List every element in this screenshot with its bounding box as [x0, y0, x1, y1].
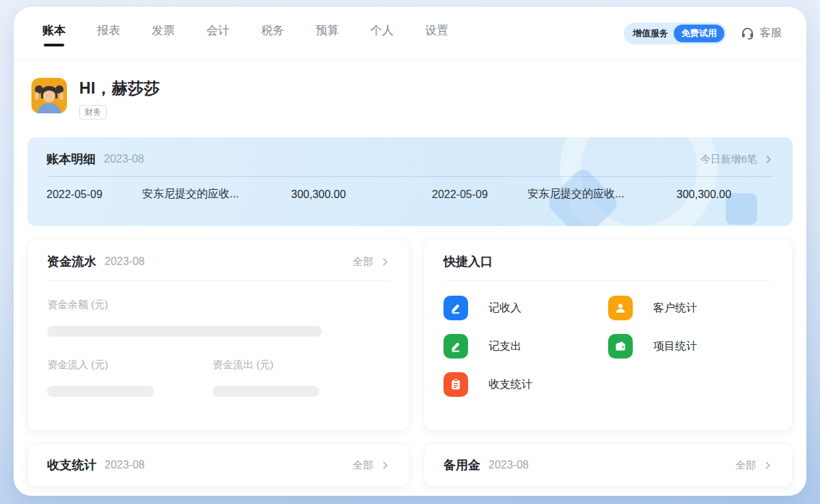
middle-cards-row: 资金流水 2023-08 全部 资金余额 (元) 资金流入 [27, 238, 793, 431]
quick-entry-grid: 记收入 客户统计 [424, 281, 792, 397]
vas-label: 增值服务 [633, 27, 668, 40]
ledger-entry-row[interactable]: 2022-05-09 安东尼提交的应收... 300,300.00 [46, 187, 388, 201]
tab-label: 预算 [316, 24, 339, 37]
income-expense-title: 收支统计 [47, 457, 96, 473]
fund-flow-body: 资金余额 (元) 资金流入 (元) 资金流出 (元) [28, 281, 409, 397]
balance-skeleton-bar [47, 326, 322, 337]
tab-label: 会计 [206, 24, 230, 37]
petty-cash-card: 备用金 2023-08 全部 [424, 443, 793, 487]
primary-tabs: 账本 报表 发票 会计 税务 预算 个人 设置 [42, 18, 448, 48]
income-expense-all-link[interactable]: 全部 [353, 459, 390, 472]
entry-date: 2022-05-09 [432, 188, 528, 201]
income-expense-stats-card: 收支统计 2023-08 全部 [27, 443, 410, 487]
quick-item-record-expense[interactable]: 记支出 [443, 334, 608, 359]
entry-date: 2022-05-09 [46, 188, 142, 201]
chevron-right-icon [763, 460, 773, 471]
headset-icon [740, 26, 755, 41]
entry-amount: 300,300.00 [291, 188, 346, 201]
quick-item-record-income[interactable]: 记收入 [443, 296, 608, 320]
customer-stats-icon [608, 296, 633, 320]
tab-ledger[interactable]: 账本 [42, 18, 66, 48]
today-new-count: 今日新增6笔 [700, 153, 757, 166]
fund-flow-all-link[interactable]: 全部 [353, 255, 390, 268]
greeting-section: HI，赫莎莎 财务 [31, 78, 793, 120]
fund-flow-header: 资金流水 2023-08 全部 [28, 239, 409, 280]
tab-settings[interactable]: 设置 [425, 18, 448, 48]
entry-description: 安东尼提交的应收... [528, 187, 676, 201]
quick-item-label: 记支出 [489, 339, 521, 354]
quick-entry-header: 快捷入口 [424, 239, 792, 280]
tab-label: 设置 [425, 24, 448, 37]
chevron-right-icon [380, 460, 390, 471]
inflow-block: 资金流入 (元) [47, 359, 154, 397]
all-label: 全部 [735, 459, 756, 472]
active-tab-underline [44, 44, 64, 46]
petty-cash-title: 备用金 [443, 457, 480, 473]
free-trial-button[interactable]: 免费试用 [674, 25, 724, 42]
tab-bar: 账本 报表 发票 会计 税务 预算 个人 设置 增值服务 免费试用 [14, 7, 806, 60]
petty-cash-all-link[interactable]: 全部 [735, 459, 773, 472]
bottom-cards-row: 收支统计 2023-08 全部 备用金 2023-08 全部 [27, 443, 793, 487]
greeting-text: HI，赫莎莎 财务 [79, 78, 160, 120]
quick-entry-title: 快捷入口 [443, 253, 493, 270]
balance-label: 资金余额 (元) [47, 298, 390, 311]
ledger-card-title: 账本明细 [46, 151, 96, 167]
quick-item-project-stats[interactable]: 项目统计 [608, 334, 773, 359]
tab-accounting[interactable]: 会计 [206, 18, 230, 48]
pencil-expense-icon [443, 334, 468, 359]
greeting-title: HI，赫莎莎 [79, 78, 160, 99]
entry-description: 安东尼提交的应收... [142, 187, 291, 201]
tab-reports[interactable]: 报表 [97, 18, 120, 48]
chevron-right-icon [763, 154, 774, 165]
ledger-detail-card: 账本明细 2023-08 今日新增6笔 2022-05-09 安东尼提交的应收.… [27, 137, 793, 226]
petty-cash-period: 2023-08 [489, 459, 529, 471]
topbar-actions: 增值服务 免费试用 客服 [624, 23, 782, 44]
customer-service-button[interactable]: 客服 [740, 26, 782, 41]
fund-flow-card: 资金流水 2023-08 全部 资金余额 (元) 资金流入 [27, 238, 410, 431]
pencil-income-icon [443, 296, 468, 320]
fund-flow-period: 2023-08 [105, 255, 145, 268]
customer-service-label: 客服 [760, 26, 782, 40]
tab-label: 个人 [370, 24, 394, 37]
tab-label: 账本 [42, 24, 66, 37]
tab-tax[interactable]: 税务 [261, 18, 284, 48]
outflow-label: 资金流出 (元) [213, 359, 319, 372]
main-panel: 账本 报表 发票 会计 税务 预算 个人 设置 增值服务 免费试用 [14, 7, 806, 496]
tab-label: 发票 [152, 24, 175, 37]
ledger-card-period: 2023-08 [104, 153, 144, 165]
quick-item-income-expense-stats[interactable]: 收支统计 [443, 372, 608, 397]
quick-item-label: 客户统计 [653, 301, 697, 316]
tab-budget[interactable]: 预算 [316, 18, 339, 48]
tab-personal[interactable]: 个人 [370, 18, 394, 48]
tab-invoice[interactable]: 发票 [152, 18, 175, 48]
fund-flow-title: 资金流水 [47, 253, 96, 270]
income-expense-stats-icon [443, 372, 468, 397]
ledger-entries: 2022-05-09 安东尼提交的应收... 300,300.00 2022-0… [27, 177, 793, 201]
all-label: 全部 [353, 459, 373, 472]
ledger-today-link[interactable]: 今日新增6笔 [700, 153, 774, 166]
ledger-card-header: 账本明细 2023-08 今日新增6笔 [27, 137, 793, 176]
inflow-label: 资金流入 (元) [47, 359, 154, 372]
chevron-right-icon [380, 257, 390, 267]
quick-item-label: 收支统计 [489, 378, 532, 392]
quick-item-label: 项目统计 [653, 339, 697, 354]
outflow-block: 资金流出 (元) [213, 359, 319, 397]
tab-label: 税务 [261, 24, 284, 37]
entry-amount: 300,300.00 [676, 188, 731, 201]
value-added-services-pill[interactable]: 增值服务 免费试用 [624, 23, 726, 44]
avatar [31, 78, 67, 113]
income-expense-period: 2023-08 [105, 459, 145, 471]
ledger-entry-row[interactable]: 2022-05-09 安东尼提交的应收... 300,300.00 [432, 187, 774, 201]
inflow-skeleton-bar [47, 386, 154, 397]
role-badge: 财务 [79, 105, 107, 120]
quick-entry-card: 快捷入口 记收入 [424, 238, 793, 431]
quick-item-customer-stats[interactable]: 客户统计 [608, 296, 773, 320]
project-stats-icon [608, 334, 633, 359]
page-content: HI，赫莎莎 财务 账本明细 2023-08 今日新增6笔 [14, 78, 806, 487]
quick-item-label: 记收入 [489, 301, 521, 316]
all-label: 全部 [353, 255, 373, 268]
tab-label: 报表 [97, 24, 120, 37]
outflow-skeleton-bar [213, 386, 319, 397]
